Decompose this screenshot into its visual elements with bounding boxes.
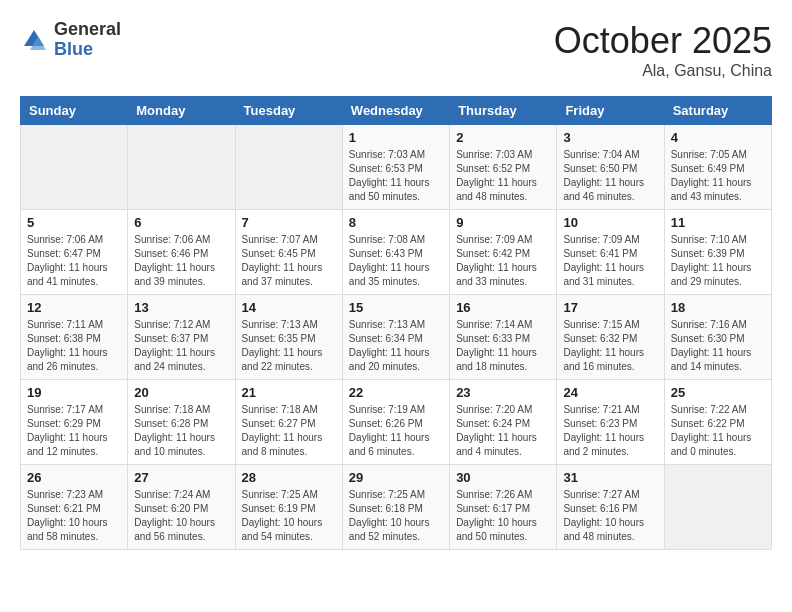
calendar-cell bbox=[128, 125, 235, 210]
day-number: 29 bbox=[349, 470, 443, 485]
day-number: 16 bbox=[456, 300, 550, 315]
day-info: Sunrise: 7:13 AM Sunset: 6:35 PM Dayligh… bbox=[242, 318, 336, 374]
calendar-cell: 14Sunrise: 7:13 AM Sunset: 6:35 PM Dayli… bbox=[235, 295, 342, 380]
weekday-header-wednesday: Wednesday bbox=[342, 97, 449, 125]
day-info: Sunrise: 7:17 AM Sunset: 6:29 PM Dayligh… bbox=[27, 403, 121, 459]
calendar-cell: 16Sunrise: 7:14 AM Sunset: 6:33 PM Dayli… bbox=[450, 295, 557, 380]
calendar-cell: 21Sunrise: 7:18 AM Sunset: 6:27 PM Dayli… bbox=[235, 380, 342, 465]
day-info: Sunrise: 7:18 AM Sunset: 6:28 PM Dayligh… bbox=[134, 403, 228, 459]
day-info: Sunrise: 7:14 AM Sunset: 6:33 PM Dayligh… bbox=[456, 318, 550, 374]
day-number: 31 bbox=[563, 470, 657, 485]
calendar-cell: 8Sunrise: 7:08 AM Sunset: 6:43 PM Daylig… bbox=[342, 210, 449, 295]
day-number: 10 bbox=[563, 215, 657, 230]
day-info: Sunrise: 7:15 AM Sunset: 6:32 PM Dayligh… bbox=[563, 318, 657, 374]
month-title: October 2025 bbox=[554, 20, 772, 62]
weekday-header-monday: Monday bbox=[128, 97, 235, 125]
calendar-cell: 18Sunrise: 7:16 AM Sunset: 6:30 PM Dayli… bbox=[664, 295, 771, 380]
day-info: Sunrise: 7:13 AM Sunset: 6:34 PM Dayligh… bbox=[349, 318, 443, 374]
logo-blue: Blue bbox=[54, 39, 93, 59]
calendar-cell: 27Sunrise: 7:24 AM Sunset: 6:20 PM Dayli… bbox=[128, 465, 235, 550]
calendar-cell: 9Sunrise: 7:09 AM Sunset: 6:42 PM Daylig… bbox=[450, 210, 557, 295]
calendar-week-row: 26Sunrise: 7:23 AM Sunset: 6:21 PM Dayli… bbox=[21, 465, 772, 550]
day-info: Sunrise: 7:19 AM Sunset: 6:26 PM Dayligh… bbox=[349, 403, 443, 459]
day-number: 26 bbox=[27, 470, 121, 485]
day-number: 27 bbox=[134, 470, 228, 485]
calendar-cell: 19Sunrise: 7:17 AM Sunset: 6:29 PM Dayli… bbox=[21, 380, 128, 465]
day-number: 14 bbox=[242, 300, 336, 315]
day-number: 21 bbox=[242, 385, 336, 400]
day-info: Sunrise: 7:04 AM Sunset: 6:50 PM Dayligh… bbox=[563, 148, 657, 204]
calendar-cell: 23Sunrise: 7:20 AM Sunset: 6:24 PM Dayli… bbox=[450, 380, 557, 465]
calendar-cell: 24Sunrise: 7:21 AM Sunset: 6:23 PM Dayli… bbox=[557, 380, 664, 465]
calendar-cell: 12Sunrise: 7:11 AM Sunset: 6:38 PM Dayli… bbox=[21, 295, 128, 380]
logo: General Blue bbox=[20, 20, 121, 60]
calendar-cell: 25Sunrise: 7:22 AM Sunset: 6:22 PM Dayli… bbox=[664, 380, 771, 465]
calendar-cell: 3Sunrise: 7:04 AM Sunset: 6:50 PM Daylig… bbox=[557, 125, 664, 210]
day-number: 28 bbox=[242, 470, 336, 485]
day-number: 30 bbox=[456, 470, 550, 485]
day-info: Sunrise: 7:11 AM Sunset: 6:38 PM Dayligh… bbox=[27, 318, 121, 374]
day-number: 6 bbox=[134, 215, 228, 230]
calendar-cell: 20Sunrise: 7:18 AM Sunset: 6:28 PM Dayli… bbox=[128, 380, 235, 465]
day-info: Sunrise: 7:18 AM Sunset: 6:27 PM Dayligh… bbox=[242, 403, 336, 459]
day-number: 9 bbox=[456, 215, 550, 230]
logo-icon bbox=[20, 26, 48, 54]
day-number: 15 bbox=[349, 300, 443, 315]
day-number: 4 bbox=[671, 130, 765, 145]
calendar-cell: 28Sunrise: 7:25 AM Sunset: 6:19 PM Dayli… bbox=[235, 465, 342, 550]
day-number: 25 bbox=[671, 385, 765, 400]
day-number: 5 bbox=[27, 215, 121, 230]
weekday-header-friday: Friday bbox=[557, 97, 664, 125]
calendar-cell bbox=[235, 125, 342, 210]
logo-text: General Blue bbox=[54, 20, 121, 60]
day-info: Sunrise: 7:23 AM Sunset: 6:21 PM Dayligh… bbox=[27, 488, 121, 544]
calendar-cell: 26Sunrise: 7:23 AM Sunset: 6:21 PM Dayli… bbox=[21, 465, 128, 550]
day-info: Sunrise: 7:09 AM Sunset: 6:42 PM Dayligh… bbox=[456, 233, 550, 289]
day-number: 17 bbox=[563, 300, 657, 315]
day-info: Sunrise: 7:05 AM Sunset: 6:49 PM Dayligh… bbox=[671, 148, 765, 204]
calendar-week-row: 12Sunrise: 7:11 AM Sunset: 6:38 PM Dayli… bbox=[21, 295, 772, 380]
calendar-cell: 10Sunrise: 7:09 AM Sunset: 6:41 PM Dayli… bbox=[557, 210, 664, 295]
day-info: Sunrise: 7:22 AM Sunset: 6:22 PM Dayligh… bbox=[671, 403, 765, 459]
day-info: Sunrise: 7:10 AM Sunset: 6:39 PM Dayligh… bbox=[671, 233, 765, 289]
day-info: Sunrise: 7:27 AM Sunset: 6:16 PM Dayligh… bbox=[563, 488, 657, 544]
calendar-cell: 13Sunrise: 7:12 AM Sunset: 6:37 PM Dayli… bbox=[128, 295, 235, 380]
day-number: 18 bbox=[671, 300, 765, 315]
calendar-cell: 5Sunrise: 7:06 AM Sunset: 6:47 PM Daylig… bbox=[21, 210, 128, 295]
calendar-cell: 1Sunrise: 7:03 AM Sunset: 6:53 PM Daylig… bbox=[342, 125, 449, 210]
calendar-cell: 4Sunrise: 7:05 AM Sunset: 6:49 PM Daylig… bbox=[664, 125, 771, 210]
day-number: 11 bbox=[671, 215, 765, 230]
day-info: Sunrise: 7:06 AM Sunset: 6:46 PM Dayligh… bbox=[134, 233, 228, 289]
logo-general: General bbox=[54, 19, 121, 39]
day-number: 19 bbox=[27, 385, 121, 400]
day-info: Sunrise: 7:25 AM Sunset: 6:18 PM Dayligh… bbox=[349, 488, 443, 544]
day-info: Sunrise: 7:12 AM Sunset: 6:37 PM Dayligh… bbox=[134, 318, 228, 374]
day-info: Sunrise: 7:20 AM Sunset: 6:24 PM Dayligh… bbox=[456, 403, 550, 459]
calendar-cell: 17Sunrise: 7:15 AM Sunset: 6:32 PM Dayli… bbox=[557, 295, 664, 380]
calendar-week-row: 19Sunrise: 7:17 AM Sunset: 6:29 PM Dayli… bbox=[21, 380, 772, 465]
day-info: Sunrise: 7:25 AM Sunset: 6:19 PM Dayligh… bbox=[242, 488, 336, 544]
calendar-cell: 22Sunrise: 7:19 AM Sunset: 6:26 PM Dayli… bbox=[342, 380, 449, 465]
calendar-table: SundayMondayTuesdayWednesdayThursdayFrid… bbox=[20, 96, 772, 550]
calendar-cell: 7Sunrise: 7:07 AM Sunset: 6:45 PM Daylig… bbox=[235, 210, 342, 295]
calendar-cell: 6Sunrise: 7:06 AM Sunset: 6:46 PM Daylig… bbox=[128, 210, 235, 295]
day-info: Sunrise: 7:16 AM Sunset: 6:30 PM Dayligh… bbox=[671, 318, 765, 374]
calendar-week-row: 5Sunrise: 7:06 AM Sunset: 6:47 PM Daylig… bbox=[21, 210, 772, 295]
day-number: 13 bbox=[134, 300, 228, 315]
calendar-header-row: SundayMondayTuesdayWednesdayThursdayFrid… bbox=[21, 97, 772, 125]
day-info: Sunrise: 7:03 AM Sunset: 6:52 PM Dayligh… bbox=[456, 148, 550, 204]
day-number: 24 bbox=[563, 385, 657, 400]
day-info: Sunrise: 7:21 AM Sunset: 6:23 PM Dayligh… bbox=[563, 403, 657, 459]
calendar-cell: 11Sunrise: 7:10 AM Sunset: 6:39 PM Dayli… bbox=[664, 210, 771, 295]
calendar-week-row: 1Sunrise: 7:03 AM Sunset: 6:53 PM Daylig… bbox=[21, 125, 772, 210]
weekday-header-saturday: Saturday bbox=[664, 97, 771, 125]
day-number: 3 bbox=[563, 130, 657, 145]
calendar-cell: 29Sunrise: 7:25 AM Sunset: 6:18 PM Dayli… bbox=[342, 465, 449, 550]
title-block: October 2025 Ala, Gansu, China bbox=[554, 20, 772, 80]
day-number: 8 bbox=[349, 215, 443, 230]
weekday-header-sunday: Sunday bbox=[21, 97, 128, 125]
day-number: 20 bbox=[134, 385, 228, 400]
day-number: 22 bbox=[349, 385, 443, 400]
calendar-cell: 30Sunrise: 7:26 AM Sunset: 6:17 PM Dayli… bbox=[450, 465, 557, 550]
day-number: 2 bbox=[456, 130, 550, 145]
